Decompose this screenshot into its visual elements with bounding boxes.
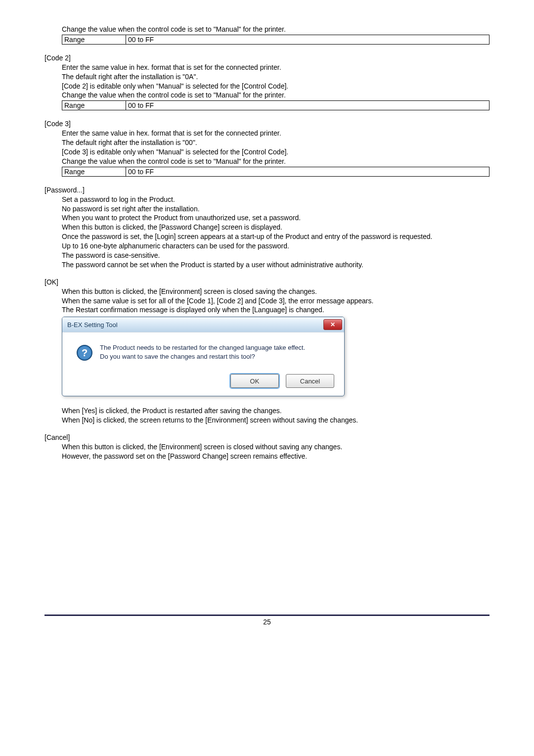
range-table-3: Range 00 to FF — [62, 167, 490, 177]
dialog-buttons: OK Cancel — [62, 368, 344, 396]
dialog-message: The Product needs to be restarted for th… — [100, 343, 305, 361]
code2-line: [Code 2] is editable only when "Manual" … — [62, 82, 490, 91]
code3-heading: [Code 3] — [44, 119, 490, 129]
intro-change-line: Change the value when the control code i… — [62, 25, 490, 34]
ok-heading: [OK] — [44, 278, 490, 287]
code3-line: Enter the same value in hex. format that… — [62, 129, 490, 138]
ok-line: When the same value is set for all of th… — [62, 296, 490, 306]
password-line: The password cannot be set when the Prod… — [62, 260, 490, 270]
page-number: 25 — [0, 618, 534, 626]
code2-line: Enter the same value in hex. format that… — [62, 63, 490, 72]
page-content: Change the value when the control code i… — [0, 0, 534, 476]
range-label: Range — [62, 35, 126, 44]
code2-line: Change the value when the control code i… — [62, 91, 490, 100]
after-dialog-line: When [No] is clicked, the screen returns… — [62, 416, 490, 425]
cancel-button-label: Cancel — [300, 378, 320, 385]
question-icon: ? — [76, 344, 93, 361]
footer-rule — [44, 614, 490, 616]
close-icon: ✕ — [330, 321, 335, 328]
password-line: Set a password to log in the Product. — [62, 195, 490, 204]
cancel-line: When this button is clicked, the [Enviro… — [62, 442, 490, 452]
after-dialog-line: When [Yes] is clicked, the Product is re… — [62, 406, 490, 416]
code2-line: The default right after the installation… — [62, 72, 490, 82]
ok-button[interactable]: OK — [230, 374, 279, 388]
dialog-titlebar: B-EX Setting Tool ✕ — [62, 317, 344, 332]
range-label: Range — [62, 167, 126, 176]
ok-button-label: OK — [250, 378, 260, 385]
cancel-heading: [Cancel] — [44, 433, 490, 442]
close-button[interactable]: ✕ — [323, 319, 342, 330]
ok-line: When this button is clicked, the [Enviro… — [62, 287, 490, 296]
dialog-body: ? The Product needs to be restarted for … — [62, 332, 344, 368]
range-value: 00 to FF — [126, 35, 490, 44]
range-table-1: Range 00 to FF — [62, 35, 490, 45]
ok-line: The Restart confirmation message is disp… — [62, 305, 490, 315]
restart-dialog: B-EX Setting Tool ✕ ? The Product needs … — [62, 317, 345, 396]
password-line: Once the password is set, the [Login] sc… — [62, 232, 490, 241]
range-value: 00 to FF — [126, 101, 490, 110]
password-heading: [Password...] — [44, 186, 490, 195]
cancel-button[interactable]: Cancel — [286, 374, 334, 388]
dialog-title: B-EX Setting Tool — [67, 321, 118, 329]
range-label: Range — [62, 101, 126, 110]
password-line: The password is case-sensitive. — [62, 251, 490, 260]
code2-heading: [Code 2] — [44, 53, 490, 63]
cancel-line: However, the password set on the [Passwo… — [62, 452, 490, 461]
range-table-2: Range 00 to FF — [62, 100, 490, 110]
code3-line: [Code 3] is editable only when "Manual" … — [62, 147, 490, 157]
dialog-message-line: Do you want to save the changes and rest… — [100, 352, 305, 361]
code3-line: Change the value when the control code i… — [62, 157, 490, 166]
password-line: No password is set right after the insta… — [62, 204, 490, 214]
password-line: Up to 16 one-byte alphanumeric character… — [62, 241, 490, 251]
svg-text:?: ? — [82, 347, 88, 358]
password-line: When this button is clicked, the [Passwo… — [62, 223, 490, 232]
dialog-message-line: The Product needs to be restarted for th… — [100, 343, 305, 352]
password-line: When you want to protect the Product fro… — [62, 213, 490, 223]
range-value: 00 to FF — [126, 167, 490, 176]
code3-line: The default right after the installation… — [62, 138, 490, 147]
